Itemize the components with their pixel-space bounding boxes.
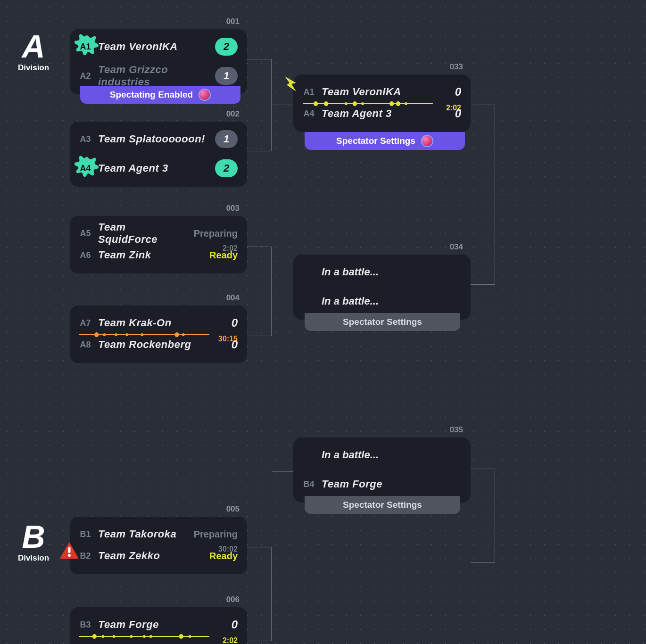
match-number: 034 [450,242,463,252]
team-row[interactable]: A1 Team VeronIKA 0 [303,81,461,103]
team-name: Team VeronIKA [98,41,208,53]
team-row[interactable]: B3 Team Forge 0 [79,614,238,636]
team-name: Team Forge [322,478,461,490]
spectator-label: Spectating Enabled [110,90,193,100]
match-card-003[interactable]: 003 A5 Team SquidForce Preparing 2:02 A6… [70,216,247,273]
team-seed: B1 [79,529,91,539]
match-card-004[interactable]: 004 A7 Team Krak-On 0 30:15 A8 Team Rock… [70,305,247,363]
team-name: Team Rockenberg [98,339,220,351]
division-word: Division [18,63,49,73]
team-seed: A8 [79,340,91,350]
match-number: 006 [226,595,240,604]
team-name: Team Agent 3 [322,107,443,120]
team-status: Preparing [194,228,238,239]
team-seed: A7 [79,318,91,328]
battle-status-text: In a battle... [322,444,461,466]
division-a-label: A Division [18,30,49,73]
bracket-connector [471,469,495,563]
match-card-005[interactable]: 005 B1 Team Takoroka Preparing 30:02 B2 … [70,517,247,574]
bracket-connector [495,195,514,195]
team-row[interactable]: A2 Team Grizzco industries 1 [79,65,238,87]
team-seed: A5 [79,229,91,239]
spectating-enabled-bar[interactable]: Spectating Enabled [80,86,240,104]
team-row[interactable]: B1 Team Takoroka Preparing [79,523,238,545]
spectator-label: Spectator Settings [343,500,422,510]
team-score-badge: 1 [215,67,238,85]
team-score: 0 [450,85,461,99]
svg-rect-8 [68,547,71,553]
battle-status-text: In a battle... [322,290,461,312]
team-name: Team Krak-On [98,317,220,329]
spectator-settings-button[interactable]: Spectator Settings [305,132,465,150]
spectator-settings-button[interactable]: Spectator Settings [305,313,460,331]
spectator-settings-button[interactable]: Spectator Settings [305,496,460,514]
match-number: 001 [226,17,240,26]
team-score-badge: 2 [215,159,238,177]
team-name: Team Splatoooooon! [98,133,208,145]
team-score: 0 [226,316,238,330]
bracket-connector [272,285,293,285]
svg-point-9 [68,554,71,557]
bracket-connector [272,105,293,105]
spectator-label: Spectator Settings [343,317,422,327]
team-name: Team SquidForce [98,221,187,246]
svg-point-13 [113,635,116,638]
svg-point-11 [92,634,97,639]
team-row[interactable]: A6 Team Zink Ready [79,244,238,266]
match-card-033[interactable]: 033 A1 Team VeronIKA 0 2:02 A4 Team Agen… [293,74,471,132]
team-row[interactable]: A4 Team Agent 3 2 [79,157,238,179]
team-name: Team Agent 3 [98,162,208,174]
team-name: Team Grizzco industries [98,64,208,88]
match-card-034[interactable]: 034 In a battle... In a battle... [293,255,471,320]
team-seed: A2 [79,71,91,81]
team-row[interactable]: A1 Team VeronIKA 2 [79,36,238,58]
team-row[interactable]: A4 Team Agent 3 0 [303,103,461,124]
match-card-035[interactable]: 035 In a battle... B4 Team Forge [293,438,471,503]
team-row[interactable]: B2 Team Zekko Ready [79,545,238,567]
match-number: 004 [226,293,240,303]
spectator-label: Spectator Settings [336,136,415,146]
team-status: Ready [209,551,238,561]
spectator-avatar-icon [421,135,433,147]
team-row[interactable]: A3 Team Splatoooooon! 1 [79,128,238,150]
svg-point-17 [179,634,183,639]
svg-point-18 [189,635,191,638]
match-card-006[interactable]: 006 B3 Team Forge 0 2:02 [70,607,247,644]
team-score: 0 [450,107,461,120]
team-score-badge: 1 [215,130,238,148]
match-number: 035 [450,425,463,435]
match-card-002[interactable]: 002 A3 Team Splatoooooon! 1 A4 Team Agen… [70,122,247,187]
bracket-connector [471,105,495,285]
svg-point-14 [130,635,133,638]
team-seed: A4 [79,164,91,173]
team-name: Team Takoroka [98,528,187,540]
team-row[interactable]: A8 Team Rockenberg 0 [79,334,238,355]
match-number: 002 [226,109,240,119]
division-word: Division [18,553,49,563]
team-score: 0 [226,618,238,631]
team-name: Team Zink [98,249,203,261]
team-seed: B4 [303,479,315,489]
match-number: 005 [226,504,240,514]
svg-point-15 [143,635,146,638]
team-name: Team VeronIKA [322,86,443,98]
bracket-connector [272,471,293,472]
match-number: 003 [226,204,240,213]
team-seed: A3 [79,134,91,144]
alert-icon [59,541,79,561]
team-seed: B2 [79,551,91,561]
team-row[interactable]: A7 Team Krak-On 0 [79,312,238,334]
division-letter: A [18,30,49,62]
team-status: Preparing [194,529,238,540]
bracket-connector [247,547,272,641]
team-row[interactable]: B4 Team Forge [303,473,461,495]
bracket-connector [247,247,272,336]
team-name: Team Zekko [98,550,203,562]
team-seed: A6 [79,250,91,260]
team-row[interactable]: A5 Team SquidForce Preparing [79,223,238,244]
division-letter: B [18,520,49,553]
match-card-001[interactable]: 001 A1 Team VeronIKA 2 A2 Team Grizzco i… [70,29,247,94]
team-seed: A1 [79,42,91,52]
bracket-connector [247,59,272,151]
battle-status-text: In a battle... [322,261,461,283]
